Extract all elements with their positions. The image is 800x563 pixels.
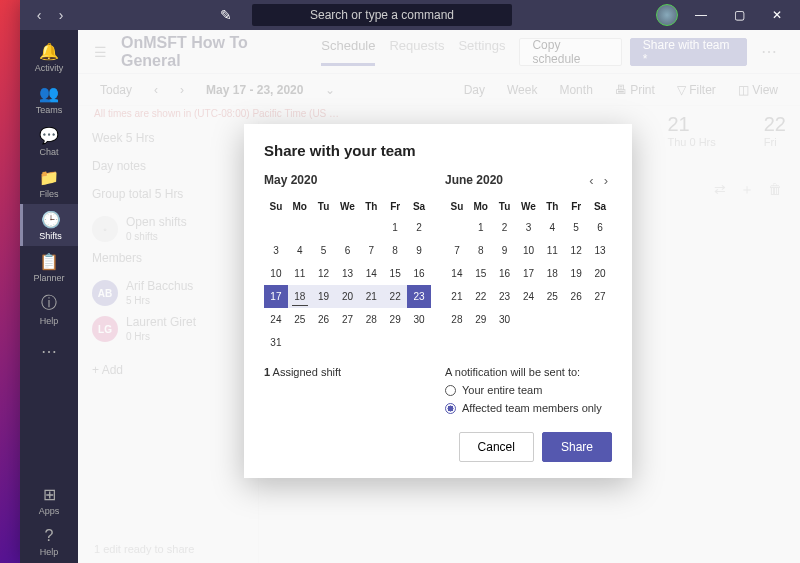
dialog-title: Share with your team — [264, 142, 612, 159]
calendar-day[interactable]: 29 — [469, 308, 493, 331]
cal-next-icon[interactable]: › — [604, 173, 608, 188]
calendar-day[interactable]: 22 — [469, 285, 493, 308]
calendar-day[interactable]: 1 — [469, 216, 493, 239]
calendar-day[interactable]: 23 — [493, 285, 517, 308]
radio-affected-only[interactable]: Affected team members only — [445, 402, 612, 414]
calendar-day[interactable]: 11 — [540, 239, 564, 262]
maximize-button[interactable]: ▢ — [724, 8, 754, 22]
calendar-day — [445, 216, 469, 239]
calendar-day[interactable]: 3 — [264, 239, 288, 262]
rail-teams[interactable]: 👥Teams — [20, 78, 78, 120]
calendar-day[interactable]: 22 — [383, 285, 407, 308]
calendar-day[interactable]: 4 — [288, 239, 312, 262]
calendar-day[interactable]: 18 — [288, 285, 312, 308]
calendar-day[interactable]: 24 — [264, 308, 288, 331]
calendar-day — [288, 216, 312, 239]
calendar-day — [288, 331, 312, 354]
rail-planner[interactable]: 📋Planner — [20, 246, 78, 288]
calendar-day[interactable]: 5 — [312, 239, 336, 262]
calendar-day[interactable]: 31 — [264, 331, 288, 354]
calendar-day[interactable]: 14 — [445, 262, 469, 285]
calendar-day[interactable]: 7 — [445, 239, 469, 262]
calendar-day[interactable]: 10 — [517, 239, 541, 262]
calendar-day[interactable]: 16 — [493, 262, 517, 285]
rail-help[interactable]: ⓘHelp — [20, 288, 78, 330]
rail-chat[interactable]: 💬Chat — [20, 120, 78, 162]
bell-icon: 🔔 — [39, 42, 59, 61]
calendar-day[interactable]: 24 — [517, 285, 541, 308]
rail-activity[interactable]: 🔔Activity — [20, 36, 78, 78]
rail-files[interactable]: 📁Files — [20, 162, 78, 204]
cal-prev-icon[interactable]: ‹ — [589, 173, 593, 188]
calendar-day[interactable]: 12 — [564, 239, 588, 262]
minimize-button[interactable]: — — [686, 8, 716, 22]
calendar-day[interactable]: 10 — [264, 262, 288, 285]
cancel-button[interactable]: Cancel — [459, 432, 534, 462]
compose-icon[interactable]: ✎ — [220, 7, 232, 23]
calendar-day — [336, 331, 360, 354]
calendar-day[interactable]: 13 — [336, 262, 360, 285]
calendar-day[interactable]: 25 — [288, 308, 312, 331]
share-dialog: Share with your team ‹ › May 2020 SuMoTu… — [244, 124, 632, 478]
calendar-day[interactable]: 19 — [564, 262, 588, 285]
calendar-day[interactable]: 26 — [564, 285, 588, 308]
calendar-day[interactable]: 4 — [540, 216, 564, 239]
rail-apps[interactable]: ⊞Apps — [20, 479, 78, 521]
close-button[interactable]: ✕ — [762, 8, 792, 22]
calendar-day[interactable]: 21 — [359, 285, 383, 308]
calendar-day[interactable]: 11 — [288, 262, 312, 285]
calendar-day[interactable]: 30 — [493, 308, 517, 331]
apps-icon: ⊞ — [43, 485, 56, 504]
calendar-day[interactable]: 14 — [359, 262, 383, 285]
calendar-day[interactable]: 28 — [445, 308, 469, 331]
avatar[interactable] — [656, 4, 678, 26]
calendar-day — [264, 216, 288, 239]
calendar-day[interactable]: 30 — [407, 308, 431, 331]
calendar-day[interactable]: 29 — [383, 308, 407, 331]
calendar-day[interactable]: 19 — [312, 285, 336, 308]
nav-fwd-icon[interactable]: › — [52, 7, 70, 23]
calendar-day[interactable]: 17 — [517, 262, 541, 285]
calendar-day[interactable]: 9 — [407, 239, 431, 262]
calendar-day[interactable]: 12 — [312, 262, 336, 285]
radio-entire-team[interactable]: Your entire team — [445, 384, 612, 396]
calendar-day[interactable]: 27 — [336, 308, 360, 331]
calendar-day[interactable]: 3 — [517, 216, 541, 239]
search-input[interactable]: Search or type a command — [252, 4, 512, 26]
calendar-day[interactable]: 8 — [469, 239, 493, 262]
calendar-day[interactable]: 18 — [540, 262, 564, 285]
rail-shifts[interactable]: 🕒Shifts — [20, 204, 78, 246]
more-icon: ⋯ — [41, 342, 57, 361]
calendar-day[interactable]: 5 — [564, 216, 588, 239]
calendar-day[interactable]: 2 — [493, 216, 517, 239]
calendar-day — [564, 308, 588, 331]
calendar-day[interactable]: 27 — [588, 285, 612, 308]
share-button[interactable]: Share — [542, 432, 612, 462]
nav-back-icon[interactable]: ‹ — [30, 7, 48, 23]
chat-icon: 💬 — [39, 126, 59, 145]
calendar-day[interactable]: 23 — [407, 285, 431, 308]
calendar-day[interactable]: 21 — [445, 285, 469, 308]
calendar-day[interactable]: 28 — [359, 308, 383, 331]
help-icon: ? — [45, 527, 54, 545]
calendar-day[interactable]: 26 — [312, 308, 336, 331]
calendar-day[interactable]: 15 — [469, 262, 493, 285]
calendar-day[interactable]: 15 — [383, 262, 407, 285]
calendar-day[interactable]: 20 — [588, 262, 612, 285]
calendar-day[interactable]: 20 — [336, 285, 360, 308]
rail-more[interactable]: ⋯ — [20, 330, 78, 372]
calendar-may: May 2020 SuMoTuWeThFrSa12345678910111213… — [264, 173, 431, 354]
calendar-day[interactable]: 6 — [336, 239, 360, 262]
calendar-day[interactable]: 17 — [264, 285, 288, 308]
calendar-day[interactable]: 25 — [540, 285, 564, 308]
calendar-day[interactable]: 1 — [383, 216, 407, 239]
planner-icon: 📋 — [39, 252, 59, 271]
calendar-day[interactable]: 6 — [588, 216, 612, 239]
calendar-day[interactable]: 7 — [359, 239, 383, 262]
calendar-day[interactable]: 9 — [493, 239, 517, 262]
calendar-day[interactable]: 8 — [383, 239, 407, 262]
calendar-day[interactable]: 16 — [407, 262, 431, 285]
rail-help2[interactable]: ?Help — [20, 521, 78, 563]
calendar-day[interactable]: 13 — [588, 239, 612, 262]
calendar-day[interactable]: 2 — [407, 216, 431, 239]
